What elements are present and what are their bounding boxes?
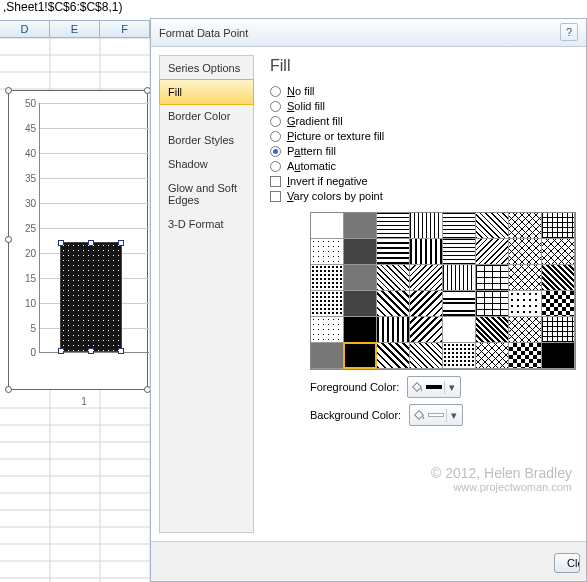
ytick: 35 [16, 173, 36, 184]
chevron-down-icon: ▾ [446, 409, 460, 422]
nav-3d-format[interactable]: 3-D Format [160, 212, 253, 236]
nav-fill[interactable]: Fill [159, 79, 254, 105]
background-color-label: Background Color: [310, 409, 401, 421]
pattern-swatch[interactable] [541, 316, 575, 343]
ytick: 45 [16, 123, 36, 134]
opt-no-fill[interactable]: No fill [270, 85, 576, 97]
pattern-swatch[interactable] [475, 212, 509, 239]
pattern-swatch[interactable] [310, 264, 344, 291]
col-header-d[interactable]: D [0, 21, 50, 37]
nav-border-styles[interactable]: Border Styles [160, 128, 253, 152]
pattern-swatch[interactable] [376, 212, 410, 239]
pattern-swatch[interactable] [541, 290, 575, 317]
opt-picture-fill[interactable]: Picture or texture fill [270, 130, 576, 142]
pattern-swatch[interactable] [376, 342, 410, 369]
pattern-swatch[interactable] [541, 212, 575, 239]
pattern-swatch[interactable] [376, 264, 410, 291]
embedded-chart[interactable]: 50 45 40 35 30 25 20 15 10 5 0 1 [8, 90, 148, 390]
pattern-swatch[interactable] [541, 238, 575, 265]
nav-border-color[interactable]: Border Color [160, 104, 253, 128]
pane-heading: Fill [270, 57, 576, 75]
watermark: © 2012, Helen Bradley www.projectwoman.c… [431, 465, 572, 493]
opt-automatic[interactable]: Automatic [270, 160, 576, 172]
bg-swatch [428, 413, 444, 417]
pattern-swatch[interactable] [343, 238, 377, 265]
ytick: 20 [16, 248, 36, 259]
dialog-title-bar[interactable]: Format Data Point ? [151, 19, 586, 47]
pattern-swatch[interactable] [442, 290, 476, 317]
pattern-swatch[interactable] [508, 290, 542, 317]
opt-solid-fill[interactable]: Solid fill [270, 100, 576, 112]
pattern-swatch[interactable] [442, 264, 476, 291]
opt-gradient-fill[interactable]: Gradient fill [270, 115, 576, 127]
ytick: 50 [16, 98, 36, 109]
ytick: 10 [16, 298, 36, 309]
help-button[interactable]: ? [560, 23, 578, 41]
pattern-swatch[interactable] [442, 316, 476, 343]
pattern-swatch[interactable] [475, 238, 509, 265]
pattern-swatch[interactable] [541, 264, 575, 291]
opt-invert-negative[interactable]: Invert if negative [270, 175, 576, 187]
data-bar-1[interactable] [60, 242, 122, 352]
col-header-f[interactable]: F [100, 21, 150, 37]
ytick: 15 [16, 273, 36, 284]
col-header-e[interactable]: E [50, 21, 100, 37]
pattern-swatch[interactable] [508, 238, 542, 265]
dialog-footer: Close [151, 541, 586, 581]
nav-shadow[interactable]: Shadow [160, 152, 253, 176]
background-color-button[interactable]: ▾ [409, 404, 463, 426]
ytick: 25 [16, 223, 36, 234]
pattern-swatch[interactable] [475, 342, 509, 369]
foreground-color-label: Foreground Color: [310, 381, 399, 393]
ytick: 30 [16, 198, 36, 209]
pattern-swatch[interactable] [442, 342, 476, 369]
chevron-down-icon: ▾ [444, 381, 458, 394]
pattern-swatch[interactable] [310, 238, 344, 265]
pattern-swatch[interactable] [475, 316, 509, 343]
pattern-swatch[interactable] [508, 264, 542, 291]
pattern-swatch[interactable] [508, 342, 542, 369]
pattern-swatch[interactable] [310, 212, 344, 239]
pattern-swatch[interactable] [409, 264, 443, 291]
opt-pattern-fill[interactable]: Pattern fill [270, 145, 576, 157]
pattern-swatch[interactable] [343, 264, 377, 291]
foreground-color-button[interactable]: ▾ [407, 376, 461, 398]
pattern-swatch[interactable] [343, 316, 377, 343]
nav-series-options[interactable]: Series Options [160, 56, 253, 80]
pattern-swatch[interactable] [409, 290, 443, 317]
pattern-swatch[interactable] [409, 238, 443, 265]
pattern-swatch[interactable] [475, 264, 509, 291]
pattern-swatch[interactable] [508, 316, 542, 343]
close-button[interactable]: Close [554, 553, 580, 573]
pattern-swatch[interactable] [475, 290, 509, 317]
pattern-swatch[interactable] [310, 290, 344, 317]
pattern-swatch[interactable] [310, 316, 344, 343]
pattern-swatch[interactable] [376, 316, 410, 343]
ytick: 40 [16, 148, 36, 159]
format-data-point-dialog: Format Data Point ? Series Options Fill … [150, 18, 587, 582]
dialog-title: Format Data Point [159, 27, 248, 39]
fill-pane: Fill No fill Solid fill Gradient fill Pi… [254, 47, 586, 541]
pattern-swatch[interactable] [376, 238, 410, 265]
pattern-swatch[interactable] [343, 290, 377, 317]
pattern-swatch[interactable] [409, 342, 443, 369]
chart-plot-area: 50 45 40 35 30 25 20 15 10 5 0 [39, 103, 149, 353]
fg-swatch [426, 385, 442, 389]
formula-bar[interactable]: ,Sheet1!$C$6:$C$8,1) [0, 0, 150, 20]
pattern-swatch[interactable] [343, 212, 377, 239]
category-nav: Series Options Fill Border Color Border … [159, 55, 254, 533]
pattern-swatch[interactable] [442, 212, 476, 239]
pattern-swatch[interactable] [310, 342, 344, 369]
nav-glow-soft-edges[interactable]: Glow and Soft Edges [160, 176, 253, 212]
pattern-swatch[interactable] [541, 342, 575, 369]
opt-vary-colors[interactable]: Vary colors by point [270, 190, 576, 202]
x-category-label: 1 [29, 396, 139, 407]
pattern-swatch-selected[interactable] [343, 342, 377, 369]
ytick: 5 [16, 323, 36, 334]
pattern-swatch[interactable] [409, 212, 443, 239]
column-headers: D E F [0, 20, 150, 38]
pattern-swatch[interactable] [409, 316, 443, 343]
pattern-swatch[interactable] [508, 212, 542, 239]
pattern-swatch[interactable] [442, 238, 476, 265]
pattern-swatch[interactable] [376, 290, 410, 317]
